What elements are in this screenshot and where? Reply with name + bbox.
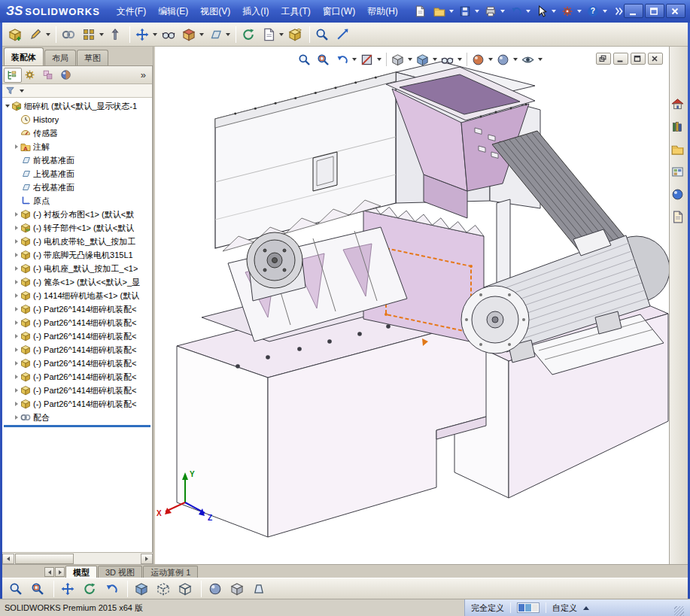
edit-appearance-button[interactable]	[470, 51, 494, 68]
expand-caret[interactable]	[13, 347, 20, 352]
menu-file[interactable]: 文件(F)	[111, 0, 152, 23]
file-explorer-button[interactable]	[671, 141, 687, 157]
pan-button[interactable]	[59, 579, 79, 599]
wireframe-button[interactable]	[176, 579, 196, 599]
tree-item[interactable]: (-) 转子部件<1> (默认<默认	[2, 221, 152, 235]
dropdown-arrow-icon[interactable]	[377, 58, 381, 61]
open-button[interactable]	[431, 3, 456, 20]
resize-grip-icon[interactable]	[674, 606, 684, 616]
tab-assembly[interactable]: 装配体	[4, 47, 44, 65]
design-library-button[interactable]	[671, 119, 687, 135]
view-settings-button[interactable]	[520, 51, 544, 68]
hide-show-items-button[interactable]	[439, 51, 464, 68]
dropdown-arrow-icon[interactable]	[457, 58, 462, 61]
show-hidden-components-button[interactable]	[160, 25, 180, 44]
expand-caret[interactable]	[13, 212, 20, 217]
scroll-right-button[interactable]	[141, 554, 153, 564]
tree-item[interactable]: (-) 衬板分布图<1> (默认<默	[2, 208, 152, 221]
dropdown-arrow-icon[interactable]	[552, 10, 556, 13]
tree-item[interactable]: (-) Part26^1414细碎机装配<	[2, 316, 152, 329]
dropdown-arrow-icon[interactable]	[488, 58, 493, 61]
expand-caret[interactable]	[13, 402, 20, 406]
expand-caret[interactable]	[13, 239, 20, 244]
expand-caret[interactable]	[13, 415, 20, 420]
dropdown-arrow-icon[interactable]	[352, 58, 357, 61]
section-view-button[interactable]	[359, 51, 383, 68]
tree-item[interactable]: (-) Part26^1414细碎机装配<	[2, 343, 152, 357]
instant3d-button[interactable]	[333, 25, 354, 44]
dropdown-arrow-icon[interactable]	[526, 10, 530, 13]
new-motion-study-button[interactable]	[239, 25, 260, 44]
perspective-button[interactable]	[250, 579, 270, 599]
shaded-with-edges-button[interactable]	[132, 579, 153, 599]
tree-item[interactable]: (-) Part26^1414细碎机装配<	[2, 302, 152, 316]
expand-caret[interactable]	[13, 280, 20, 284]
tab-sketch[interactable]: 草图	[77, 50, 108, 65]
component-pattern-button[interactable]	[80, 25, 106, 44]
configurationmanager-tab[interactable]	[40, 68, 58, 83]
rollback-bar[interactable]	[4, 425, 150, 427]
horizontal-scrollbar[interactable]	[2, 552, 153, 564]
menu-help[interactable]: 帮助(H)	[361, 0, 404, 23]
view-palette-button[interactable]	[671, 164, 687, 180]
move-component-button[interactable]	[133, 25, 160, 44]
tree-item[interactable]: 传感器	[2, 126, 152, 140]
tree-item[interactable]: (-) Part26^1414细碎机装配<	[2, 329, 152, 343]
panel-overflow-button[interactable]: »	[136, 69, 150, 80]
filter-dropdown-arrow-icon[interactable]	[20, 90, 24, 93]
tab-scroll-left-button[interactable]	[44, 567, 54, 577]
options-button[interactable]	[559, 3, 584, 20]
doc-restore-button[interactable]	[596, 53, 611, 65]
menu-tools[interactable]: 工具(T)	[275, 0, 316, 23]
expand-caret[interactable]	[13, 293, 20, 298]
dropdown-arrow-icon[interactable]	[99, 33, 104, 36]
zoom-fit-button[interactable]	[296, 51, 315, 68]
expand-caret[interactable]	[13, 388, 20, 393]
tree-root-item[interactable]: 细碎机 (默认<默认_显示状态-1	[2, 99, 152, 113]
view-orientation-button[interactable]	[228, 579, 248, 599]
tab-layout[interactable]: 布局	[44, 50, 76, 65]
dropdown-arrow-icon[interactable]	[199, 33, 204, 36]
tree-item[interactable]: (-) 电机皮带轮_默认_按加工	[2, 235, 152, 248]
tree-item[interactable]: A注解	[2, 140, 152, 153]
appearances-button[interactable]	[671, 187, 687, 202]
home-button[interactable]	[671, 96, 687, 112]
dropdown-arrow-icon[interactable]	[538, 58, 543, 61]
display-style-button[interactable]	[415, 51, 439, 68]
expand-caret[interactable]	[13, 361, 20, 366]
featuremanager-tree-tab[interactable]	[4, 68, 22, 83]
graphics-area[interactable]: Y X Z	[155, 47, 669, 564]
tree-item[interactable]: (-) 带底脚无凸缘电机315L1	[2, 248, 152, 262]
new-document-button[interactable]	[412, 3, 430, 20]
tree-item[interactable]: (-) Part26^1414细碎机装配<	[2, 370, 152, 384]
dropdown-arrow-icon[interactable]	[475, 10, 479, 13]
dropdown-arrow-icon[interactable]	[449, 10, 454, 13]
smart-fasteners-button[interactable]	[106, 25, 126, 44]
apply-scene-button[interactable]	[495, 51, 519, 68]
dropdown-arrow-icon[interactable]	[603, 10, 607, 13]
tree-filter-bar[interactable]	[2, 84, 152, 98]
expand-caret[interactable]	[13, 307, 20, 311]
dropdown-arrow-icon[interactable]	[433, 58, 437, 61]
tree-item[interactable]: (-) 篦条<1> (默认<<默认>_显	[2, 275, 152, 289]
expand-caret[interactable]	[13, 375, 20, 379]
tab-3d-views[interactable]: 3D 视图	[98, 566, 142, 578]
tree-item[interactable]: 前视基准面	[2, 153, 152, 167]
close-button[interactable]	[666, 4, 685, 18]
tree-item[interactable]: History	[2, 113, 152, 126]
help-button[interactable]: ?	[585, 3, 609, 20]
propertymanager-tab[interactable]	[22, 68, 40, 83]
minimize-button[interactable]	[624, 4, 643, 18]
undo-button[interactable]	[508, 3, 533, 20]
print-button[interactable]	[482, 3, 507, 20]
tree-item[interactable]: 原点	[2, 194, 152, 208]
zoom-area-button[interactable]	[315, 51, 333, 68]
dropdown-arrow-icon[interactable]	[500, 10, 505, 13]
custom-status-label[interactable]: 自定义	[552, 602, 577, 614]
dropdown-arrow-icon[interactable]	[153, 33, 157, 36]
exploded-view-button[interactable]	[286, 25, 306, 44]
tab-scroll-right-button[interactable]	[55, 567, 65, 577]
doc-maximize-button[interactable]	[631, 53, 646, 65]
scroll-left-button[interactable]	[2, 554, 14, 564]
menu-edit[interactable]: 编辑(E)	[152, 0, 194, 23]
